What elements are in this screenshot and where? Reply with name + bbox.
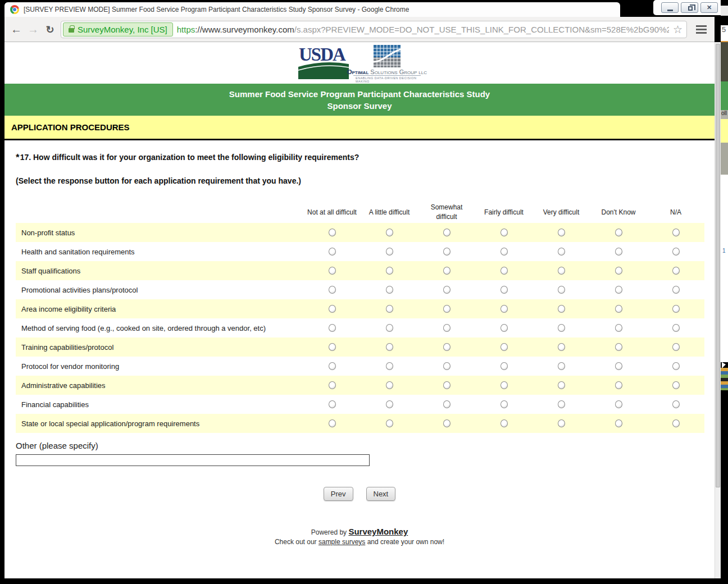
radio-option[interactable] — [558, 229, 565, 236]
radio-option[interactable] — [386, 400, 393, 408]
radio-option[interactable] — [558, 419, 565, 427]
radio-option[interactable] — [443, 286, 451, 294]
radio-cell — [533, 362, 590, 370]
radio-option[interactable] — [558, 381, 565, 389]
radio-option[interactable] — [501, 324, 508, 332]
radio-option[interactable] — [329, 267, 336, 275]
optimal-grid-icon — [373, 44, 401, 68]
radio-option[interactable] — [672, 229, 680, 236]
radio-option[interactable] — [558, 362, 565, 370]
surveymonkey-link[interactable]: SurveyMonkey — [348, 527, 408, 536]
radio-option[interactable] — [558, 286, 565, 294]
radio-option[interactable] — [386, 286, 393, 294]
radio-option[interactable] — [329, 343, 336, 351]
radio-option[interactable] — [615, 419, 622, 427]
radio-option[interactable] — [386, 305, 393, 313]
radio-option[interactable] — [501, 362, 508, 370]
radio-option[interactable] — [386, 343, 393, 351]
radio-option[interactable] — [501, 419, 508, 427]
radio-option[interactable] — [501, 267, 508, 275]
radio-option[interactable] — [386, 419, 393, 427]
radio-option[interactable] — [329, 419, 336, 427]
radio-option[interactable] — [501, 286, 508, 294]
radio-option[interactable] — [672, 286, 680, 294]
radio-cell — [475, 362, 533, 370]
radio-option[interactable] — [558, 248, 565, 256]
radio-option[interactable] — [672, 248, 680, 256]
radio-option[interactable] — [615, 267, 622, 275]
scrollbar-thumb[interactable] — [716, 44, 720, 487]
radio-option[interactable] — [501, 305, 508, 313]
row-label-cell: Financial capabilities — [16, 400, 303, 409]
radio-option[interactable] — [501, 400, 508, 408]
minimize-button[interactable] — [661, 2, 679, 13]
radio-option[interactable] — [615, 343, 622, 351]
radio-option[interactable] — [672, 343, 680, 351]
radio-option[interactable] — [672, 267, 680, 275]
radio-option[interactable] — [386, 362, 393, 370]
radio-option[interactable] — [443, 305, 451, 313]
radio-option[interactable] — [386, 324, 393, 332]
radio-option[interactable] — [329, 248, 336, 256]
column-header-cell: Not at all difficult — [303, 208, 361, 216]
radio-option[interactable] — [386, 381, 393, 389]
radio-option[interactable] — [386, 267, 393, 275]
radio-option[interactable] — [672, 362, 680, 370]
sample-surveys-link[interactable]: sample surveys — [319, 538, 365, 546]
radio-option[interactable] — [443, 400, 451, 408]
radio-option[interactable] — [615, 229, 622, 236]
radio-option[interactable] — [501, 229, 508, 236]
radio-option[interactable] — [329, 362, 336, 370]
radio-option[interactable] — [443, 362, 451, 370]
radio-option[interactable] — [386, 229, 393, 236]
radio-option[interactable] — [558, 343, 565, 351]
radio-option[interactable] — [672, 400, 680, 408]
radio-option[interactable] — [443, 324, 451, 332]
radio-option[interactable] — [329, 305, 336, 313]
other-specify-input[interactable] — [16, 454, 370, 466]
restore-button[interactable] — [681, 2, 698, 13]
radio-option[interactable] — [672, 324, 680, 332]
radio-option[interactable] — [329, 229, 336, 236]
radio-option[interactable] — [443, 248, 451, 256]
menu-icon[interactable] — [696, 29, 707, 30]
radio-option[interactable] — [443, 419, 451, 427]
radio-option[interactable] — [672, 419, 680, 427]
close-button[interactable] — [700, 2, 718, 13]
radio-option[interactable] — [501, 343, 508, 351]
address-bar[interactable]: SurveyMonkey, Inc [US] https://www.surve… — [61, 21, 687, 38]
prev-button[interactable]: Prev — [324, 487, 353, 501]
radio-option[interactable] — [615, 286, 622, 294]
radio-option[interactable] — [329, 381, 336, 389]
radio-option[interactable] — [443, 343, 451, 351]
radio-option[interactable] — [615, 305, 622, 313]
ev-certificate-badge[interactable]: SurveyMonkey, Inc [US] — [63, 22, 173, 36]
next-button[interactable]: Next — [366, 487, 396, 501]
radio-option[interactable] — [615, 400, 622, 408]
radio-option[interactable] — [329, 286, 336, 294]
radio-option[interactable] — [329, 324, 336, 332]
radio-option[interactable] — [329, 400, 336, 408]
radio-option[interactable] — [558, 267, 565, 275]
radio-option[interactable] — [672, 381, 680, 389]
radio-option[interactable] — [386, 248, 393, 256]
radio-option[interactable] — [443, 381, 451, 389]
reload-button[interactable] — [42, 23, 58, 36]
radio-option[interactable] — [615, 324, 622, 332]
radio-option[interactable] — [443, 267, 451, 275]
radio-option[interactable] — [501, 381, 508, 389]
radio-option[interactable] — [558, 400, 565, 408]
radio-option[interactable] — [615, 248, 622, 256]
radio-option[interactable] — [443, 229, 451, 236]
forward-button[interactable] — [25, 23, 42, 36]
radio-option[interactable] — [558, 324, 565, 332]
radio-option[interactable] — [615, 362, 622, 370]
radio-option[interactable] — [558, 305, 565, 313]
page-scrollbar[interactable] — [715, 42, 721, 578]
bookmark-star-icon[interactable] — [669, 23, 686, 36]
radio-option[interactable] — [501, 248, 508, 256]
back-button[interactable] — [8, 23, 25, 36]
radio-option[interactable] — [672, 305, 680, 313]
radio-option[interactable] — [615, 381, 622, 389]
radio-cell — [418, 400, 475, 408]
